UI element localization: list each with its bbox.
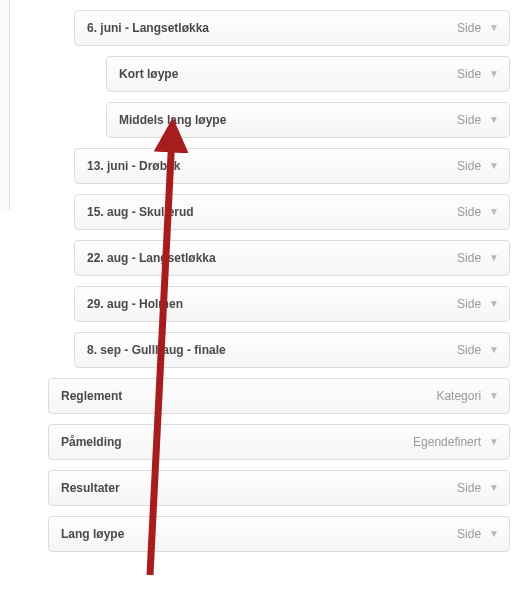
menu-item-title: 15. aug - Skullerud [87, 205, 194, 219]
menu-item-type: Side [457, 251, 481, 265]
chevron-down-icon[interactable]: ▼ [489, 483, 499, 493]
menu-item-title: Kort løype [119, 67, 178, 81]
menu-item[interactable]: Lang løype Side ▼ [48, 516, 510, 552]
menu-item-type: Kategori [436, 389, 481, 403]
menu-item-title: 13. juni - Drøbak [87, 159, 180, 173]
menu-item-type: Side [457, 481, 481, 495]
menu-item-type: Side [457, 159, 481, 173]
menu-item-type: Side [457, 113, 481, 127]
menu-item[interactable]: Resultater Side ▼ [48, 470, 510, 506]
menu-item-type: Side [457, 67, 481, 81]
menu-item-title: 6. juni - Langsetløkka [87, 21, 209, 35]
chevron-down-icon[interactable]: ▼ [489, 207, 499, 217]
menu-item[interactable]: Påmelding Egendefinert ▼ [48, 424, 510, 460]
chevron-down-icon[interactable]: ▼ [489, 437, 499, 447]
menu-item-type: Side [457, 343, 481, 357]
menu-item[interactable]: 6. juni - Langsetløkka Side ▼ [74, 10, 510, 46]
menu-item[interactable]: 13. juni - Drøbak Side ▼ [74, 148, 510, 184]
chevron-down-icon[interactable]: ▼ [489, 253, 499, 263]
menu-item-title: Påmelding [61, 435, 122, 449]
menu-item-title: 22. aug - Langsetløkka [87, 251, 216, 265]
panel-edge [0, 0, 10, 210]
menu-item-type: Side [457, 527, 481, 541]
menu-item[interactable]: 29. aug - Holmen Side ▼ [74, 286, 510, 322]
chevron-down-icon[interactable]: ▼ [489, 115, 499, 125]
menu-item-title: Reglement [61, 389, 122, 403]
menu-item-title: Resultater [61, 481, 120, 495]
menu-item-type: Side [457, 21, 481, 35]
menu-item[interactable]: Reglement Kategori ▼ [48, 378, 510, 414]
menu-item-title: Lang løype [61, 527, 124, 541]
chevron-down-icon[interactable]: ▼ [489, 391, 499, 401]
menu-item[interactable]: 15. aug - Skullerud Side ▼ [74, 194, 510, 230]
menu-item-type: Side [457, 205, 481, 219]
chevron-down-icon[interactable]: ▼ [489, 161, 499, 171]
menu-item[interactable]: Kort løype Side ▼ [106, 56, 510, 92]
menu-item-title: 8. sep - Gullhaug - finale [87, 343, 226, 357]
chevron-down-icon[interactable]: ▼ [489, 345, 499, 355]
menu-item[interactable]: 8. sep - Gullhaug - finale Side ▼ [74, 332, 510, 368]
menu-item[interactable]: 22. aug - Langsetløkka Side ▼ [74, 240, 510, 276]
menu-item-type: Egendefinert [413, 435, 481, 449]
chevron-down-icon[interactable]: ▼ [489, 69, 499, 79]
chevron-down-icon[interactable]: ▼ [489, 529, 499, 539]
menu-item-type: Side [457, 297, 481, 311]
menu-item-title: Middels lang løype [119, 113, 226, 127]
chevron-down-icon[interactable]: ▼ [489, 299, 499, 309]
menu-item-title: 29. aug - Holmen [87, 297, 183, 311]
menu-items-list: 6. juni - Langsetløkka Side ▼ Kort løype… [0, 0, 530, 572]
chevron-down-icon[interactable]: ▼ [489, 23, 499, 33]
menu-item[interactable]: Middels lang løype Side ▼ [106, 102, 510, 138]
